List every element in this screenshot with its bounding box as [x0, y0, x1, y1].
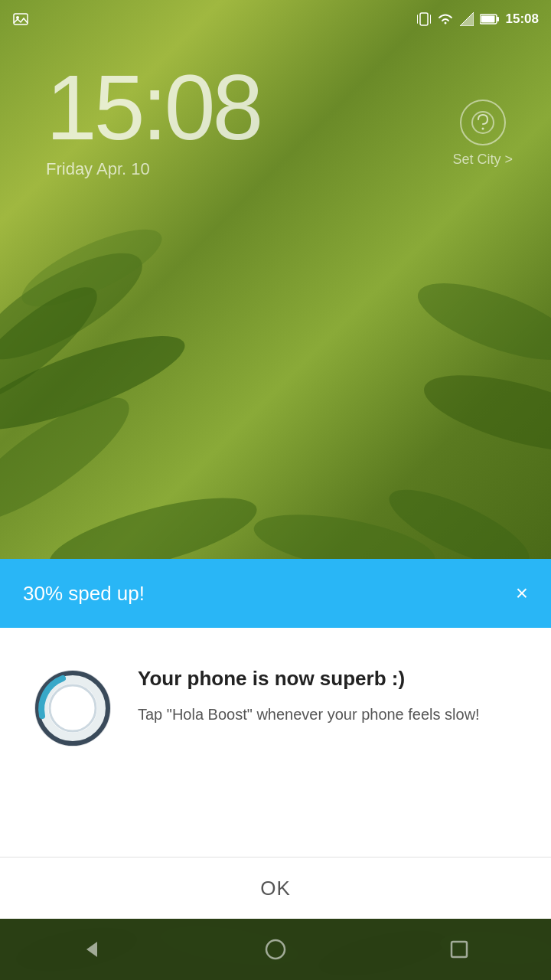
svg-rect-56 [452, 942, 467, 957]
svg-point-21 [481, 128, 484, 130]
signal-icon [460, 12, 474, 26]
svg-rect-19 [481, 16, 494, 23]
weather-icon [460, 100, 506, 145]
svg-point-7 [43, 482, 264, 559]
status-left-icons [12, 11, 29, 28]
battery-icon [480, 14, 500, 24]
dialog-ok-button[interactable]: OK [0, 858, 551, 919]
svg-point-47 [48, 684, 97, 733]
notification-banner: 30% sped up! × [0, 559, 551, 628]
clock-date: Friday Apr. 10 [46, 159, 260, 179]
image-icon [12, 11, 29, 28]
dialog-text-block: Your phone is now superb :) Tap "Hola Bo… [138, 666, 520, 726]
svg-point-55 [266, 940, 285, 959]
dialog-content: Your phone is now superb :) Tap "Hola Bo… [0, 628, 551, 857]
clock-widget: 15:08 Friday Apr. 10 [46, 61, 260, 179]
status-time: 15:08 [506, 11, 539, 27]
home-button[interactable] [253, 926, 298, 972]
status-right-icons: 15:08 [417, 11, 539, 28]
svg-rect-18 [497, 17, 499, 21]
dialog-ok-label: OK [260, 877, 291, 900]
status-bar: 15:08 [0, 0, 551, 38]
wifi-icon [437, 12, 454, 26]
set-city-label[interactable]: Set City > [452, 152, 513, 168]
back-button[interactable] [69, 926, 115, 972]
dialog-body: Tap "Hola Boost" whenever your phone fee… [138, 703, 520, 726]
recent-apps-button[interactable] [436, 926, 482, 972]
svg-rect-12 [420, 13, 428, 25]
dialog: Your phone is now superb :) Tap "Hola Bo… [0, 628, 551, 919]
notification-text: 30% sped up! [23, 582, 145, 606]
notification-close-button[interactable]: × [516, 581, 528, 606]
svg-point-6 [417, 360, 551, 468]
nav-bar [0, 919, 551, 980]
svg-marker-54 [86, 942, 97, 957]
vibrate-icon [417, 11, 431, 28]
svg-point-5 [409, 267, 551, 375]
dialog-title: Your phone is now superb :) [138, 666, 520, 692]
dialog-boost-icon [31, 666, 115, 750]
weather-widget[interactable]: Set City > [452, 100, 513, 168]
clock-time: 15:08 [46, 61, 260, 153]
